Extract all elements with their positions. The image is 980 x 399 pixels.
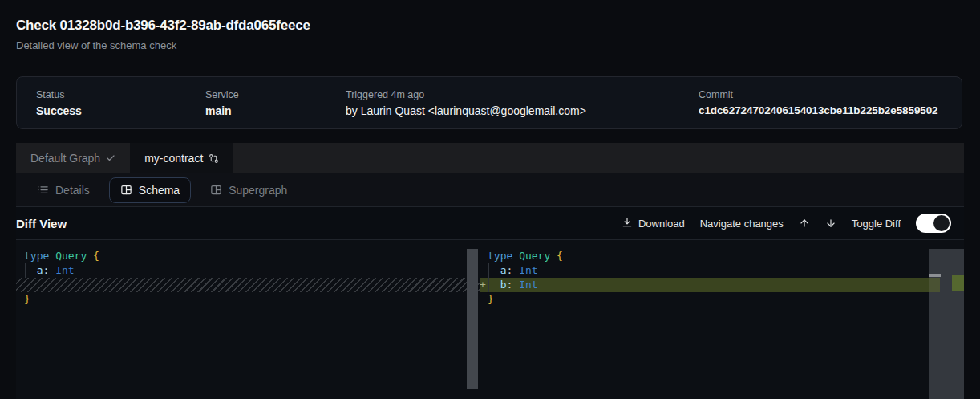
diff-toolbar: Diff View Download Navigate changes Togg…	[16, 207, 964, 240]
view-tab-bar: Details Schema Supergraph	[16, 173, 964, 207]
ruler-added-marker	[952, 275, 964, 291]
status-value: Success	[36, 104, 205, 117]
summary-field-service: Service main	[205, 89, 346, 117]
status-label: Status	[36, 89, 205, 100]
diff-view-title: Diff View	[16, 217, 67, 230]
ruler-modified-strip	[929, 274, 941, 277]
check-icon	[106, 153, 115, 163]
page-title: Check 01328b0d-b396-43f2-89ab-dfda065fee…	[16, 18, 310, 34]
columns-icon	[120, 184, 132, 196]
indent-guide	[488, 263, 489, 292]
download-icon	[622, 217, 633, 230]
tab-supergraph-label: Supergraph	[229, 184, 287, 197]
schema-diff-editor[interactable]: type Query { a: Int} type Query { a: Int…	[16, 240, 964, 399]
download-button[interactable]: Download	[622, 217, 685, 230]
tab-default-graph[interactable]: Default Graph	[16, 143, 130, 173]
toggle-diff-label: Toggle Diff	[852, 218, 901, 230]
download-label: Download	[638, 218, 685, 230]
graph-tab-strip: Default Graph my-contract	[16, 143, 964, 173]
code-line: type Query {	[16, 249, 480, 263]
check-summary-card: Status Success Service main Triggered 4m…	[16, 76, 962, 129]
tab-my-contract-label: my-contract	[144, 152, 203, 165]
diff-gutter-sign	[480, 249, 488, 263]
page-subtitle: Detailed view of the schema check	[16, 39, 310, 51]
code-line: a: Int	[16, 263, 480, 278]
diff-pane-before[interactable]: type Query { a: Int}	[16, 240, 480, 399]
indent-guide	[25, 263, 26, 278]
left-scrollbar-slider[interactable]	[467, 249, 478, 389]
tab-schema-label: Schema	[139, 184, 180, 197]
code-line: a: Int	[480, 263, 964, 278]
overview-ruler-scrollbar[interactable]	[929, 249, 964, 399]
diff-pane-after[interactable]: type Query { a: Int+ b: Int }	[480, 240, 964, 399]
diff-gutter-sign	[480, 263, 488, 278]
service-label: Service	[205, 89, 346, 100]
tab-supergraph[interactable]: Supergraph	[199, 177, 298, 203]
ruler-added-blend	[929, 278, 940, 292]
diff-filler-line	[16, 278, 480, 292]
tab-my-contract[interactable]: my-contract	[130, 143, 233, 173]
summary-field-commit: Commit c1dc62724702406154013cbe11b225b2e…	[699, 89, 942, 116]
toggle-diff-switch[interactable]	[916, 214, 951, 233]
previous-change-button[interactable]	[799, 218, 810, 229]
list-icon	[37, 184, 49, 196]
diff-added-line: + b: Int	[480, 278, 964, 292]
next-change-button[interactable]	[825, 218, 836, 229]
summary-field-status: Status Success	[36, 89, 205, 117]
tab-default-graph-label: Default Graph	[30, 152, 100, 165]
schema-check-page: Check 01328b0d-b396-43f2-89ab-dfda065fee…	[0, 0, 980, 399]
code-line: }	[16, 292, 480, 307]
commit-label: Commit	[699, 89, 942, 100]
page-header: Check 01328b0d-b396-43f2-89ab-dfda065fee…	[16, 18, 310, 51]
tab-details[interactable]: Details	[26, 177, 101, 203]
code-line: type Query {	[480, 249, 964, 263]
triggered-value: by Laurin Quast <laurinquast@googlemail.…	[346, 104, 699, 117]
navigate-changes-label: Navigate changes	[700, 218, 784, 230]
switch-knob	[933, 215, 950, 231]
triggered-label: Triggered 4m ago	[346, 89, 699, 100]
tab-schema[interactable]: Schema	[109, 177, 191, 203]
git-compare-icon	[209, 153, 219, 164]
service-value: main	[205, 104, 346, 117]
columns-icon	[210, 184, 222, 196]
diff-gutter-sign: +	[480, 278, 488, 292]
diff-gutter-sign	[480, 292, 488, 307]
code-line: }	[480, 292, 964, 307]
diff-toolbar-actions: Download Navigate changes Toggle Diff	[622, 214, 951, 233]
commit-value: c1dc62724702406154013cbe11b225b2e5859502	[699, 104, 942, 116]
summary-field-triggered: Triggered 4m ago by Laurin Quast <laurin…	[346, 89, 699, 117]
tab-details-label: Details	[55, 184, 90, 197]
